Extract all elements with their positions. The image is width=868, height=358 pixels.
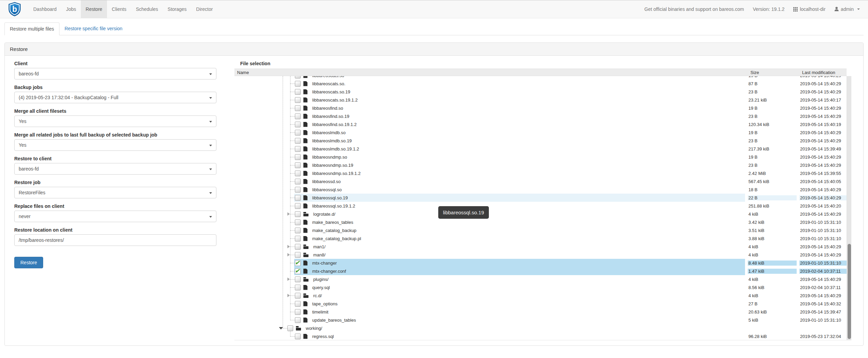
table-row[interactable]: libbareosfind.so.19 23 B 2019-05-14 15:4… (234, 112, 847, 120)
row-checkbox[interactable] (295, 162, 301, 168)
nav-item[interactable]: Clients (107, 0, 131, 18)
scrollbar-thumb[interactable] (848, 244, 851, 339)
row-checkbox[interactable] (295, 195, 301, 201)
file-name[interactable]: libbareossql.so (310, 187, 344, 192)
table-row[interactable]: libbareoscats.so 19 B 2019-05-14 15:40:2… (234, 76, 847, 79)
table-row[interactable]: plugins/ 4 kiB 2019-05-14 15:40:29 (234, 275, 847, 283)
table-row[interactable]: timelimit 20.63 kiB 2019-05-14 15:39:47 (234, 308, 847, 316)
table-row[interactable]: libbareoscats.so.19.1.2 23.21 kiB 2019-0… (234, 96, 847, 104)
row-checkbox[interactable] (295, 236, 301, 241)
column-header-size[interactable]: Size (748, 69, 797, 76)
file-name[interactable]: libbareossql.so.19.1.2 (310, 203, 357, 209)
row-checkbox[interactable] (295, 203, 301, 209)
table-row[interactable]: tape_options 27 B 2019-05-14 15:40:32 (234, 300, 847, 308)
file-name[interactable]: libbareosfind.so (310, 106, 345, 111)
file-name[interactable]: libbareoscats.so. (310, 81, 348, 86)
table-row[interactable]: man1/ 4 kiB 2019-05-14 15:40:29 (234, 243, 847, 251)
table-row[interactable]: libbareoslmdb.so.19 23 B 2019-05-14 15:4… (234, 137, 847, 145)
table-row[interactable]: libbareosfind.so.19.1.2 120.34 kiB 2019-… (234, 120, 847, 128)
table-row[interactable]: make_catalog_backup 3.51 kiB 2019-01-10 … (234, 226, 847, 234)
director-menu[interactable]: localhost-dir (793, 6, 825, 12)
row-checkbox[interactable] (295, 252, 301, 258)
file-name[interactable]: libbareoslmdb.so.19 (310, 138, 354, 143)
table-row[interactable]: libbareossd.so 567.45 kiB 2019-05-14 15:… (234, 177, 847, 185)
row-checkbox[interactable] (295, 317, 301, 323)
nav-item[interactable]: Schedules (131, 0, 163, 18)
row-checkbox[interactable] (295, 138, 301, 144)
file-name[interactable]: make_bareos_tables (310, 220, 355, 225)
row-checkbox[interactable] (295, 146, 301, 152)
table-row[interactable]: libbareoslmdb.so.19.1.2 217.39 kiB 2019-… (234, 145, 847, 153)
row-checkbox[interactable] (295, 89, 301, 95)
file-name[interactable]: libbareoscats.so.19.1.2 (310, 97, 360, 103)
form-control[interactable]: bareos-fd (14, 68, 216, 79)
row-checkbox[interactable] (295, 228, 301, 233)
row-checkbox[interactable] (295, 97, 301, 103)
table-row[interactable]: regress.sql 96.28 kiB 2019-05-23 17:32:0… (234, 332, 847, 340)
file-name[interactable]: tape_options (310, 301, 339, 306)
table-row[interactable]: make_catalog_backup.pl 3.88 kiB 2019-01-… (234, 234, 847, 243)
file-name[interactable]: libbareosfind.so.19.1.2 (310, 122, 359, 127)
row-checkbox[interactable] (295, 293, 301, 299)
file-name[interactable]: mtx-changer (310, 261, 339, 266)
row-checkbox[interactable] (295, 154, 301, 160)
table-row[interactable]: libbareoscats.so.19 23 B 2019-05-14 15:4… (234, 88, 847, 96)
row-checkbox[interactable] (295, 171, 301, 176)
form-control[interactable]: bareos-fd (14, 163, 216, 175)
nav-item[interactable]: Jobs (61, 0, 81, 18)
file-name[interactable]: man8/ (311, 252, 327, 257)
file-name[interactable]: make_catalog_backup.pl (310, 236, 363, 241)
file-name[interactable]: libbareoscats.so (310, 76, 346, 78)
user-menu[interactable]: admin (834, 6, 860, 12)
row-checkbox[interactable] (295, 276, 301, 282)
column-header-name[interactable]: Name (234, 69, 745, 76)
table-row[interactable]: working/ (234, 324, 847, 332)
row-checkbox[interactable] (287, 325, 293, 331)
file-name[interactable]: libbareossql.so.19 (310, 195, 350, 200)
table-row[interactable]: logrotate.d/ 4 kiB 2019-05-14 15:40:29 (234, 210, 847, 218)
bareos-logo[interactable]: b (0, 0, 25, 18)
file-name[interactable]: regress.sql (310, 334, 336, 339)
row-checkbox[interactable] (295, 260, 301, 266)
column-header-last-modification[interactable]: Last modification (799, 69, 847, 76)
row-checkbox[interactable] (295, 105, 301, 111)
row-checkbox[interactable] (295, 113, 301, 119)
table-row[interactable]: libbareoscats.so. 87 B 2019-05-14 15:40:… (234, 79, 847, 88)
table-row[interactable]: libbareosfind.so 19 B 2019-05-14 15:40:2… (234, 104, 847, 112)
table-row[interactable]: libbareoslmdb.so 19 B 2019-05-14 15:40:2… (234, 128, 847, 137)
row-checkbox[interactable] (295, 211, 301, 217)
row-checkbox[interactable] (295, 244, 301, 250)
row-checkbox[interactable] (295, 76, 301, 78)
expander-icon[interactable] (287, 245, 290, 248)
nav-item[interactable]: Dashboard (29, 0, 61, 18)
nav-item[interactable]: Restore (81, 0, 107, 18)
nav-item[interactable]: Director (191, 0, 217, 18)
form-control[interactable]: Yes (14, 139, 216, 151)
tab-restore-multiple-files[interactable]: Restore multiple files (4, 22, 59, 35)
table-row[interactable]: make_bareos_tables 3.42 kiB 2019-01-10 1… (234, 218, 847, 226)
file-name[interactable]: mtx-changer.conf (310, 269, 348, 274)
table-row[interactable]: rc.d/ 4 kiB 2019-05-14 15:40:29 (234, 291, 847, 300)
file-name[interactable]: make_catalog_backup (310, 228, 358, 233)
row-checkbox[interactable] (295, 130, 301, 136)
form-control[interactable]: (4) 2019-05-23 17:32:04 - BackupCatalog … (14, 92, 216, 103)
file-name[interactable]: libbareossd.so (310, 179, 343, 184)
row-checkbox[interactable] (295, 122, 301, 127)
file-name[interactable]: timelimit (310, 309, 331, 315)
expander-icon[interactable] (287, 278, 290, 281)
expander-icon[interactable] (287, 212, 290, 216)
vertical-scrollbar[interactable] (847, 76, 851, 340)
form-control[interactable]: /tmp/bareos-restores/ (14, 234, 216, 246)
row-checkbox[interactable] (295, 81, 301, 87)
file-name[interactable]: plugins/ (311, 277, 331, 282)
table-row[interactable]: libbareosndmp.so 19 B 2019-05-14 15:40:2… (234, 153, 847, 161)
table-row[interactable]: mtx-changer.conf 1.47 kiB 2019-02-04 10:… (234, 267, 847, 275)
file-name[interactable]: libbareosfind.so.19 (310, 114, 351, 119)
table-row[interactable]: libbareossql.so.19.1.2 251.88 kiB 2019-0… (234, 202, 847, 210)
file-name[interactable]: working/ (304, 326, 324, 331)
file-name[interactable]: libbareoscats.so.19 (310, 89, 352, 94)
file-name[interactable]: libbareoslmdb.so.19.1.2 (310, 146, 361, 151)
nav-item[interactable]: Storages (163, 0, 191, 18)
expander-icon[interactable] (287, 294, 290, 297)
row-checkbox[interactable] (295, 285, 301, 290)
